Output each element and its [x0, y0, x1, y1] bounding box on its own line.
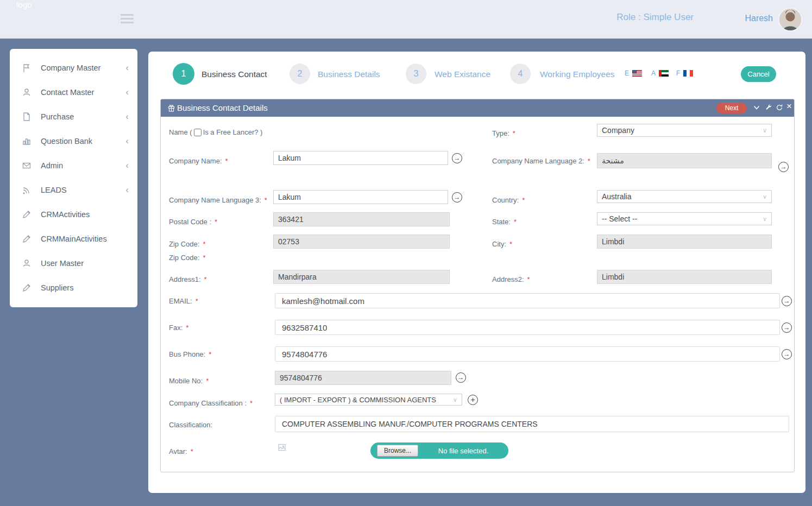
browse-button[interactable]: Browse... — [377, 445, 418, 457]
chevron-left-icon: ‹ — [125, 63, 129, 72]
arrow-circle-icon[interactable] — [452, 192, 462, 203]
pencil-icon — [22, 234, 33, 244]
city-label: City:* — [492, 240, 512, 248]
avatar[interactable] — [778, 8, 802, 31]
company-classification-label: Company Classification :* — [169, 399, 253, 407]
arrow-circle-icon[interactable] — [782, 322, 792, 333]
username[interactable]: Haresh — [745, 14, 773, 23]
company-name-lang2-input[interactable] — [597, 153, 772, 168]
wizard-step-2-label[interactable]: Business Details — [318, 69, 380, 79]
freelancer-label: Name ( Is a Free Lancer? ) — [169, 128, 262, 136]
role-label: Role : Simple User — [616, 12, 694, 23]
user-icon — [22, 258, 33, 268]
wizard-step-1[interactable]: 1 — [173, 63, 194, 85]
wizard-step-1-label[interactable]: Business Contact — [202, 69, 267, 79]
zip-code-label-2: Zip Code:* — [169, 254, 205, 262]
refresh-icon[interactable] — [776, 104, 783, 111]
sidebar-item-purchase[interactable]: Purchase ‹ — [10, 104, 137, 129]
address1-input[interactable] — [273, 270, 450, 284]
close-icon[interactable]: × — [786, 102, 792, 111]
company-classification-select[interactable]: ( IMPORT - EXPORT ) & COMMISSION AGENTS — [275, 394, 462, 406]
city-input[interactable] — [597, 235, 772, 249]
company-name-input[interactable] — [273, 151, 448, 165]
state-label: State:* — [492, 218, 517, 226]
wizard-step-2[interactable]: 2 — [289, 64, 310, 84]
type-select[interactable]: Company — [597, 124, 772, 137]
wrench-icon[interactable] — [765, 104, 772, 111]
fax-input[interactable] — [275, 320, 780, 335]
fax-label: Fax:* — [169, 324, 188, 332]
uae-flag-icon — [659, 70, 669, 77]
lang-arabic[interactable]: A — [651, 69, 669, 77]
type-label: Type:* — [492, 129, 515, 137]
company-name-lang2-label: Company Name Language 2:* — [492, 157, 590, 165]
lang-french[interactable]: F — [676, 69, 693, 77]
cancel-button[interactable]: Cancel — [741, 66, 776, 82]
sidebar-item-suppliers[interactable]: Suppliers — [10, 275, 137, 300]
chevron-left-icon: ‹ — [125, 112, 129, 121]
user-icon — [22, 87, 33, 97]
form-box-header: Business Contact Details Next × — [161, 99, 794, 117]
address2-label: Address2:* — [492, 275, 530, 283]
classification-input[interactable] — [275, 416, 789, 432]
sidebar: Company Master ‹ Contact Master ‹ Purcha… — [10, 49, 137, 307]
wizard-step-3[interactable]: 3 — [406, 64, 426, 84]
state-select[interactable]: -- Select -- — [597, 212, 772, 225]
sidebar-item-question-bank[interactable]: Question Bank ‹ — [10, 129, 137, 153]
mobile-no-input[interactable] — [275, 371, 451, 385]
country-label: Country:* — [492, 196, 525, 204]
next-button[interactable]: Next — [716, 103, 747, 113]
bus-phone-label: Bus Phone:* — [169, 350, 211, 358]
flag-icon — [22, 63, 33, 73]
wizard-step-4[interactable]: 4 — [510, 64, 531, 84]
address1-label: Address1:* — [169, 275, 207, 283]
envelope-icon — [22, 161, 33, 170]
chevron-left-icon: ‹ — [125, 87, 129, 97]
chevron-left-icon: ‹ — [125, 161, 129, 170]
panel-title: Business Contact Details — [177, 103, 268, 112]
arrow-circle-icon[interactable] — [778, 162, 789, 172]
chevron-down-icon[interactable] — [753, 104, 760, 111]
arrow-circle-icon[interactable] — [456, 372, 466, 383]
arrow-circle-icon[interactable] — [452, 153, 462, 163]
company-name-lang3-label: Company Name Language 3:* — [169, 196, 267, 204]
sidebar-item-company-master[interactable]: Company Master ‹ — [10, 55, 137, 80]
sidebar-item-crm-activities[interactable]: CRMActivities — [10, 202, 137, 226]
postal-code-label: Postal Code :* — [169, 218, 217, 226]
zip-code-input[interactable] — [273, 235, 450, 249]
plus-circle-icon[interactable] — [468, 395, 478, 405]
sidebar-item-contact-master[interactable]: Contact Master ‹ — [10, 80, 137, 104]
chevron-down-icon — [763, 216, 767, 223]
freelancer-checkbox[interactable] — [194, 129, 202, 136]
sidebar-item-leads[interactable]: LEADS ‹ — [10, 178, 137, 202]
file-status: No file selected. — [418, 447, 508, 455]
postal-code-input[interactable] — [273, 212, 450, 226]
wizard-step-4-label[interactable]: Working Employees — [540, 69, 615, 79]
avtar-label: Avtar:* — [169, 447, 193, 456]
france-flag-icon — [683, 70, 693, 77]
main-panel: 1 Business Contact 2 Business Details 3 … — [148, 52, 805, 493]
country-select[interactable]: Australia — [597, 190, 772, 203]
wizard-step-3-label[interactable]: Web Existance — [435, 69, 490, 79]
sidebar-item-admin[interactable]: Admin ‹ — [10, 153, 137, 178]
company-name-label: Company Name:* — [169, 157, 228, 165]
company-name-lang3-input[interactable] — [273, 190, 448, 204]
arrow-circle-icon[interactable] — [782, 296, 792, 306]
email-input[interactable] — [275, 293, 780, 308]
sidebar-item-user-master[interactable]: User Master — [10, 251, 137, 275]
rss-icon — [22, 185, 33, 195]
image-placeholder-icon — [278, 443, 286, 452]
bus-phone-input[interactable] — [275, 346, 780, 362]
file-icon — [22, 112, 33, 122]
avtar-file-input[interactable]: Browse... No file selected. — [370, 442, 508, 459]
classification-label: Classification: — [169, 421, 212, 429]
mobile-no-label: Mobile No:* — [169, 377, 209, 385]
chevron-left-icon: ‹ — [125, 136, 129, 146]
chevron-down-icon — [763, 193, 767, 200]
menu-toggle-icon[interactable] — [121, 14, 134, 26]
lang-english[interactable]: E — [625, 69, 642, 77]
arrow-circle-icon[interactable] — [782, 349, 792, 359]
gift-icon — [168, 104, 175, 112]
sidebar-item-crm-main-activities[interactable]: CRMMainActivities — [10, 226, 137, 251]
address2-input[interactable] — [597, 270, 772, 284]
